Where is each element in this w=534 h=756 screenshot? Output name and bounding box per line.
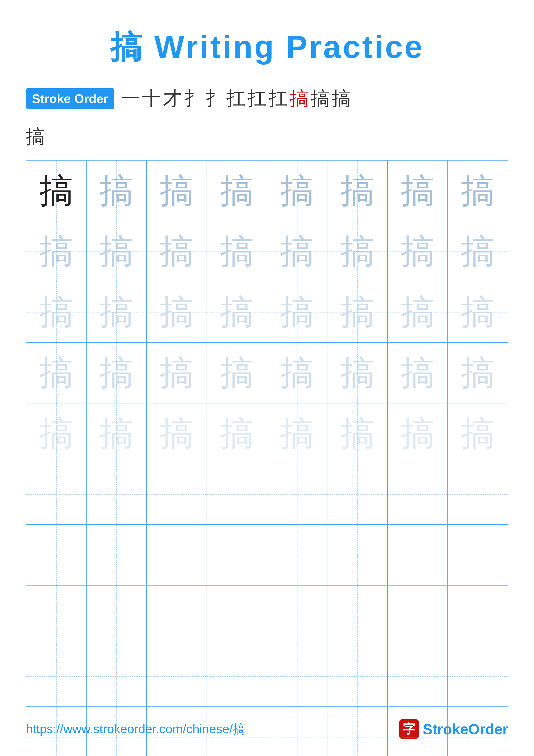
grid-cell[interactable]: 搞 [87,282,147,342]
grid-cell-empty[interactable] [448,646,508,706]
practice-char: 搞 [340,168,374,214]
grid-cell-empty[interactable] [147,525,207,585]
grid-cell[interactable]: 搞 [87,221,147,282]
stroke-order-badge: Stroke Order [26,88,114,109]
grid-cell-empty[interactable] [388,646,448,706]
grid-cell[interactable]: 搞 [388,282,448,342]
practice-char: 搞 [461,289,495,335]
practice-char: 搞 [401,229,435,274]
practice-char: 搞 [160,229,194,274]
grid-cell[interactable]: 搞 [267,282,328,342]
grid-cell-empty[interactable] [207,585,267,646]
practice-char: 搞 [39,350,73,396]
grid-cell-empty[interactable] [327,525,388,585]
grid-cell-empty[interactable] [267,646,328,706]
stroke-char-2: 十 [142,86,161,111]
grid-cell[interactable]: 搞 [327,343,388,403]
stroke-char-9: 搞 [290,86,309,111]
grid-cell-empty[interactable] [448,464,508,525]
grid-cell[interactable]: 搞 [87,343,147,403]
grid-cell[interactable]: 搞 [147,282,207,342]
grid-row-1: 搞 搞 搞 搞 搞 搞 搞 搞 [26,161,508,221]
grid-cell[interactable]: 搞 [267,221,328,282]
grid-cell[interactable]: 搞 [448,343,508,403]
grid-cell-empty[interactable] [207,525,267,585]
grid-cell[interactable]: 搞 [87,161,147,221]
grid-cell[interactable]: 搞 [207,343,267,403]
grid-cell[interactable]: 搞 [267,403,328,464]
grid-cell[interactable]: 搞 [26,221,87,282]
grid-cell[interactable]: 搞 [388,221,448,282]
practice-char: 搞 [39,411,73,456]
grid-cell[interactable]: 搞 [327,161,388,221]
practice-char: 搞 [160,289,194,335]
grid-cell[interactable]: 搞 [26,403,87,464]
grid-cell[interactable]: 搞 [207,221,267,282]
grid-cell[interactable]: 搞 [207,403,267,464]
footer-url[interactable]: https://www.strokeorder.com/chinese/搞 [26,721,245,738]
grid-cell-empty[interactable] [448,585,508,646]
grid-cell-empty[interactable] [267,525,328,585]
grid-cell-empty[interactable] [147,646,207,706]
grid-cell[interactable]: 搞 [388,161,448,221]
practice-char: 搞 [220,350,254,396]
grid-cell[interactable]: 搞 [448,221,508,282]
grid-cell-empty[interactable] [87,525,147,585]
grid-cell-empty[interactable] [267,585,328,646]
grid-row-4: 搞 搞 搞 搞 搞 搞 搞 搞 [26,343,508,403]
grid-cell[interactable]: 搞 [267,343,328,403]
grid-cell-empty[interactable] [327,585,388,646]
grid-cell[interactable]: 搞 [448,161,508,221]
footer-logo-text: StrokeOrder [423,721,508,738]
practice-char: 搞 [340,411,374,456]
grid-cell-empty[interactable] [87,585,147,646]
practice-char: 搞 [461,229,495,274]
grid-cell[interactable]: 搞 [327,221,388,282]
grid-cell-empty[interactable] [147,464,207,525]
practice-char: 搞 [99,168,133,214]
grid-cell[interactable]: 搞 [388,403,448,464]
grid-cell[interactable]: 搞 [448,282,508,342]
grid-cell[interactable]: 搞 [267,161,328,221]
grid-cell-empty[interactable] [327,464,388,525]
grid-cell[interactable]: 搞 [207,282,267,342]
grid-cell-empty[interactable] [388,585,448,646]
stroke-char-6: 扛 [226,86,245,111]
grid-cell[interactable]: 搞 [448,403,508,464]
practice-char: 搞 [39,289,73,335]
stroke-char-4: 扌 [184,86,203,111]
stroke-char-8: 扛 [268,86,288,111]
grid-cell-empty[interactable] [26,646,87,706]
practice-char: 搞 [280,411,314,456]
stroke-order-section: Stroke Order 一 十 才 扌 扌 扛 扛 扛 搞 搞 搞 [26,86,508,111]
grid-cell[interactable]: 搞 [147,161,207,221]
grid-cell[interactable]: 搞 [26,282,87,342]
grid-cell-empty[interactable] [327,646,388,706]
practice-char: 搞 [99,411,133,456]
grid-cell-empty[interactable] [87,464,147,525]
grid-cell[interactable]: 搞 [207,161,267,221]
grid-cell-empty[interactable] [26,525,87,585]
grid-cell[interactable]: 搞 [147,343,207,403]
grid-cell-empty[interactable] [87,646,147,706]
grid-cell-empty[interactable] [207,646,267,706]
grid-cell[interactable]: 搞 [147,403,207,464]
practice-char: 搞 [99,229,133,274]
grid-cell[interactable]: 搞 [26,343,87,403]
stroke-char-7: 扛 [247,86,267,111]
grid-cell-empty[interactable] [388,464,448,525]
grid-cell[interactable]: 搞 [327,403,388,464]
grid-cell-empty[interactable] [207,464,267,525]
grid-cell-empty[interactable] [147,585,207,646]
grid-cell[interactable]: 搞 [327,282,388,342]
grid-cell-empty[interactable] [448,525,508,585]
grid-cell[interactable]: 搞 [388,343,448,403]
grid-cell[interactable]: 搞 [147,221,207,282]
grid-cell-empty[interactable] [388,525,448,585]
grid-cell-empty[interactable] [26,464,87,525]
grid-cell[interactable]: 搞 [26,161,87,221]
grid-cell[interactable]: 搞 [87,403,147,464]
grid-cell-empty[interactable] [267,464,328,525]
grid-row-6 [26,464,508,525]
grid-cell-empty[interactable] [26,585,87,646]
